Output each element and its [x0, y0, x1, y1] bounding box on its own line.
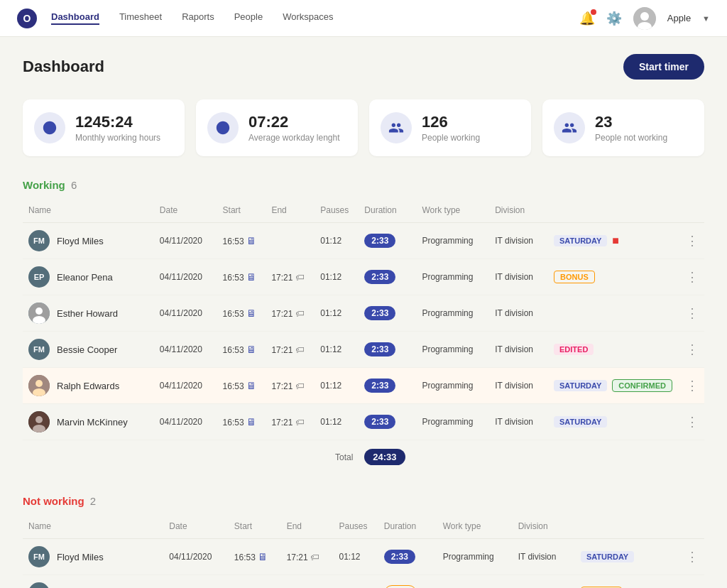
cell-actions[interactable]: ⋮: [680, 332, 704, 368]
more-options-icon[interactable]: ⋮: [686, 342, 699, 356]
not-working-table-header: Name Date Start End Pauses Duration Work…: [23, 517, 704, 539]
navbar: O Dashboard Timesheet Raports People Wor…: [0, 0, 727, 37]
cell-actions[interactable]: ⋮: [680, 368, 704, 404]
not-working-table: Name Date Start End Pauses Duration Work…: [23, 517, 704, 588]
table-row: Marvin McKinney 04/11/2020 16:53 🖥 17:21…: [23, 404, 704, 440]
not-working-section-title: Not working 2: [23, 495, 704, 507]
cell-date: 04/11/2020: [163, 575, 229, 589]
cell-worktype: Programming: [416, 404, 489, 440]
cell-division: IT division: [489, 259, 548, 295]
duration-badge: 2:33: [364, 234, 395, 248]
nav-link-workspaces[interactable]: Workspaces: [283, 11, 333, 25]
nav-link-raports[interactable]: Raports: [182, 11, 214, 25]
nav-link-timesheet[interactable]: Timesheet: [119, 11, 162, 25]
cell-duration: 2:33: [359, 259, 416, 295]
cell-name: Ralph Edwards: [23, 368, 154, 404]
user-dropdown-caret[interactable]: ▼: [702, 14, 710, 23]
monitor-icon: 🖥: [246, 380, 256, 391]
cell-actions[interactable]: ⋮: [680, 295, 704, 332]
stat-label-working: People working: [422, 133, 480, 143]
col-header-date: Date: [163, 517, 229, 539]
cell-end: 17:21 🏷: [266, 368, 315, 404]
cell-date: 04/11/2020: [163, 539, 229, 575]
cell-division: IT division: [489, 404, 548, 440]
cell-name: FM Floyd Miles: [23, 539, 163, 575]
cell-actions[interactable]: ⋮: [680, 259, 704, 295]
col-header-division: Division: [489, 201, 548, 223]
total-value: 24:33: [359, 440, 416, 473]
nav-logo: O: [17, 9, 37, 28]
tag-confirmed: CONFIRMED: [612, 379, 672, 392]
col-header-worktype: Work type: [416, 201, 489, 223]
bell-icon[interactable]: 🔔: [579, 11, 595, 26]
col-header-duration: Duration: [359, 201, 416, 223]
svg-point-4: [35, 307, 43, 315]
avatar: FM: [28, 230, 50, 251]
cell-start: 16:53 🖥: [229, 575, 281, 589]
tag-icon: 🏷: [295, 308, 305, 319]
duration-badge: 2:33: [364, 415, 395, 429]
cell-end: 17:21 🏷: [266, 259, 315, 295]
cell-name: FM Bessie Cooper: [23, 332, 154, 368]
cell-worktype: Programming: [416, 295, 489, 332]
cell-start: 16:53 🖥: [217, 404, 266, 440]
cell-actions[interactable]: ⋮: [680, 539, 704, 575]
gear-icon[interactable]: ⚙️: [606, 11, 622, 26]
nav-link-people[interactable]: People: [234, 11, 263, 25]
stat-label-not-working: People not working: [595, 133, 667, 143]
table-row: EP Eleanor Pena 04/11/2020 16:53 🖥 17:21…: [23, 575, 704, 589]
working-count: 6: [71, 179, 77, 191]
page-title: Dashboard: [23, 58, 104, 76]
col-header-duration: Duration: [378, 517, 437, 539]
more-options-icon[interactable]: ⋮: [686, 270, 699, 284]
working-total-badge: 24:33: [364, 449, 405, 465]
svg-point-1: [640, 12, 649, 21]
more-options-icon[interactable]: ⋮: [686, 550, 699, 564]
stat-card-avg-workday: 07:22 Average workday lenght: [196, 99, 358, 156]
cell-end: 17:21 🏷: [266, 404, 315, 440]
avatar: [28, 303, 50, 324]
more-options-icon[interactable]: ⋮: [686, 379, 699, 393]
cell-division: IT division: [513, 575, 575, 589]
cell-division: IT division: [513, 539, 575, 575]
cell-date: 04/11/2020: [154, 368, 217, 404]
avatar: FM: [28, 546, 50, 567]
cell-end: 17:21 🏷: [281, 539, 334, 575]
cell-start: 16:53 🖥: [217, 259, 266, 295]
table-row: FM Floyd Miles 04/11/2020 16:53 🖥 17:21 …: [23, 539, 704, 575]
cell-worktype: Programming: [416, 368, 489, 404]
table-row: Esther Howard 04/11/2020 16:53 🖥 17:21 🏷…: [23, 295, 704, 332]
cell-tags: SATURDAY: [548, 404, 680, 440]
stop-icon[interactable]: ■: [612, 234, 619, 247]
cell-start: 16:53 🖥: [217, 368, 266, 404]
col-header-actions: [680, 517, 704, 539]
col-header-end: End: [281, 517, 334, 539]
cell-actions[interactable]: ⋮: [680, 575, 704, 589]
cell-name: Esther Howard: [23, 295, 154, 332]
cell-tags: SATURDAY: [575, 539, 680, 575]
tag-saturday: SATURDAY: [554, 380, 607, 391]
cell-tags: BONUS: [548, 259, 680, 295]
start-timer-button[interactable]: Start timer: [623, 54, 704, 80]
stat-label-avg: Average workday lenght: [248, 133, 340, 143]
main-content: Dashboard Start timer 1245:24 Monthly wo…: [0, 37, 727, 588]
more-options-icon[interactable]: ⋮: [686, 415, 699, 429]
stat-card-info-working: 126 People working: [422, 113, 480, 143]
cell-actions[interactable]: ⋮: [680, 404, 704, 440]
cell-start: 16:53 🖥: [217, 223, 266, 259]
cell-duration: 2:33: [359, 368, 416, 404]
employee-name: Marvin McKinney: [57, 417, 128, 428]
working-table: Name Date Start End Pauses Duration Work…: [23, 201, 704, 472]
stats-grid: 1245:24 Monthly working hours 07:22 Aver…: [23, 99, 704, 156]
nav-link-dashboard[interactable]: Dashboard: [51, 11, 99, 25]
duration-badge-orange: 2:33: [384, 585, 417, 588]
stat-card-people-not-working: 23 People not working: [542, 99, 704, 156]
cell-date: 04/11/2020: [154, 332, 217, 368]
cell-actions[interactable]: ⋮: [680, 223, 704, 259]
stat-card-working-hours: 1245:24 Monthly working hours: [23, 99, 185, 156]
cell-duration: 2:33: [359, 404, 416, 440]
tag-icon: 🏷: [295, 417, 305, 428]
more-options-icon[interactable]: ⋮: [686, 234, 699, 248]
more-options-icon[interactable]: ⋮: [686, 306, 699, 320]
monitor-icon: 🖥: [246, 307, 256, 319]
